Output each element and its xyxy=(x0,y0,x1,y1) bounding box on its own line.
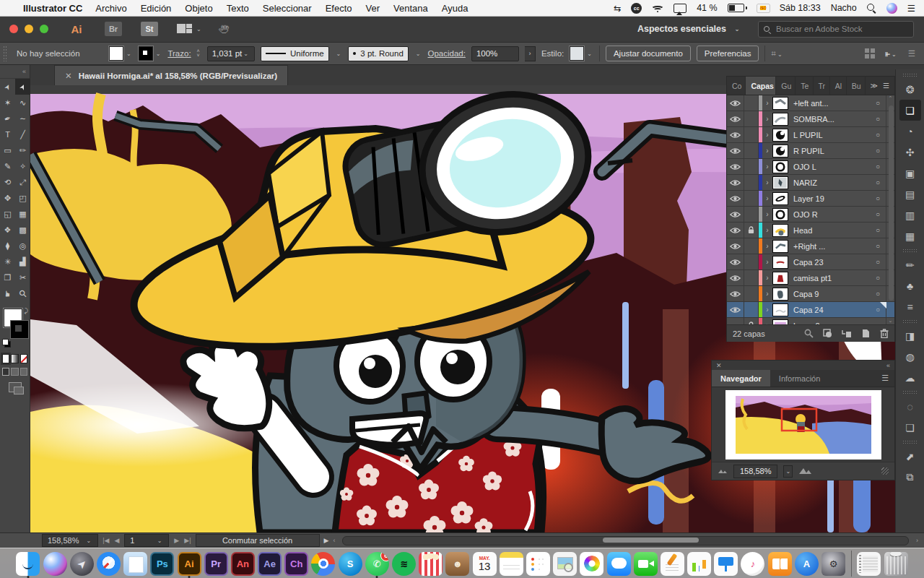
lock-toggle-layer2[interactable] xyxy=(744,318,759,324)
minimize-window-button[interactable] xyxy=(25,25,33,33)
symbol-sprayer-tool[interactable]: ✳ xyxy=(0,254,15,269)
gradient-panel-icon[interactable]: ◨ xyxy=(899,325,921,346)
visibility-toggle-lpupil[interactable] xyxy=(727,127,744,142)
expand-layer-icon[interactable]: › xyxy=(762,274,772,282)
dock-item-premiere[interactable]: Pr xyxy=(204,550,228,577)
dock-icon-mail[interactable] xyxy=(123,552,147,576)
eyedropper-tool[interactable]: ⧫ xyxy=(0,238,15,254)
expand-layer-icon[interactable]: › xyxy=(762,290,772,298)
visibility-toggle-layer2[interactable] xyxy=(727,318,744,324)
perspective-grid-tool[interactable]: ▦ xyxy=(15,206,30,222)
dock-item-spotify[interactable]: ≋ xyxy=(392,550,417,577)
none-button[interactable] xyxy=(20,354,27,363)
panel-dock-icon[interactable]: ⫦⌄ xyxy=(885,49,897,59)
panel-expand-icon[interactable]: ≫ xyxy=(871,82,878,90)
free-transform-tool[interactable]: ◰ xyxy=(15,190,30,206)
artboard-options-panel-icon[interactable]: ⧉ xyxy=(899,467,921,488)
gradient-button[interactable] xyxy=(11,354,18,363)
layer-row-rpupil[interactable]: ›R PUPIL○ xyxy=(727,143,894,159)
links-panel-icon[interactable]: ❏ xyxy=(899,417,921,438)
appearance-panel-icon[interactable]: ✣ xyxy=(899,142,921,163)
dock-icon-whatsapp[interactable]: ✆6 xyxy=(365,552,389,576)
siri-icon[interactable] xyxy=(886,3,897,14)
dock-icon-system-preferences[interactable]: ⚙ xyxy=(821,552,845,576)
creative-cloud-icon[interactable]: cc xyxy=(631,3,642,14)
type-tool[interactable]: T xyxy=(0,126,15,142)
layer-target-icon[interactable]: ○ xyxy=(870,210,886,218)
scrollbar-thumb[interactable] xyxy=(603,538,699,543)
dock-item-character-animator[interactable]: Ch xyxy=(284,550,309,577)
expand-layer-icon[interactable]: › xyxy=(762,99,772,107)
layer-name[interactable]: Capa 24 xyxy=(793,306,870,314)
menu-ayuda[interactable]: Ayuda xyxy=(442,3,468,14)
swap-fill-stroke-icon[interactable]: ⤸ xyxy=(25,307,28,315)
layer-row-right[interactable]: ›+Right ...○ xyxy=(727,238,894,254)
artboard-tool[interactable]: ❐ xyxy=(0,269,15,285)
app-menu-title[interactable]: Illustrator CC xyxy=(23,3,82,14)
visibility-toggle-camisapt1[interactable] xyxy=(727,270,744,285)
lock-toggle-nariz[interactable] xyxy=(744,175,759,190)
new-sublayer-icon[interactable] xyxy=(842,329,852,338)
lock-toggle-head[interactable] xyxy=(744,223,759,238)
dock-item-launchpad[interactable]: ➤ xyxy=(69,550,94,577)
expand-layer-icon[interactable]: › xyxy=(762,147,772,155)
dock-item-photoshop[interactable]: Ps xyxy=(150,550,175,577)
scale-tool[interactable]: ⤢ xyxy=(15,174,30,190)
dock-item-mail[interactable] xyxy=(123,550,148,577)
layers-tab-tr[interactable]: Tr xyxy=(814,77,830,95)
layer-target-icon[interactable]: ○ xyxy=(870,242,886,250)
draw-behind-button[interactable] xyxy=(11,368,18,376)
slice-tool[interactable]: ✂ xyxy=(15,269,30,285)
style-control[interactable]: ⌄ xyxy=(570,46,593,61)
dock-icon-calendar[interactable]: MAY.13 xyxy=(473,552,497,576)
first-artboard-icon[interactable]: |◀ xyxy=(103,537,109,544)
dock-icon-ibooks[interactable] xyxy=(768,552,792,576)
panel-menu-icon[interactable]: ☰ xyxy=(881,374,889,383)
dock-item-ibooks[interactable] xyxy=(767,550,792,577)
fit-document-button[interactable]: Ajustar documento xyxy=(606,46,691,61)
stock-button[interactable]: St xyxy=(141,22,158,36)
layers-panel-icon[interactable]: ❏ xyxy=(899,100,921,121)
layers-scroll-zone[interactable]: ⌄ xyxy=(886,318,894,324)
expand-layer-icon[interactable]: › xyxy=(762,163,772,171)
workspace-switcher[interactable]: Aspectos esenciales ⌄ xyxy=(637,24,742,34)
layer-name[interactable]: Layer 2 xyxy=(793,322,870,325)
expand-layer-icon[interactable]: › xyxy=(762,194,772,202)
spotlight-icon[interactable] xyxy=(867,4,876,13)
blend-tool[interactable]: ◎ xyxy=(15,238,30,254)
dock-icon-messages[interactable] xyxy=(607,552,631,576)
dock-icon-numbers[interactable] xyxy=(687,552,711,576)
visibility-toggle-ojor[interactable] xyxy=(727,207,744,222)
keyboard-flag-icon[interactable]: ISO xyxy=(757,4,770,12)
dock-icon-illustrator[interactable]: Ai xyxy=(178,552,201,576)
layer-row-ojol[interactable]: ›OJO L○ xyxy=(727,159,894,175)
layer-target-icon[interactable]: ○ xyxy=(870,115,886,123)
gradient-tool[interactable]: ▩ xyxy=(15,222,30,238)
prev-artboard-icon[interactable]: ◀ xyxy=(114,537,119,544)
layer-name[interactable]: OJO R xyxy=(793,210,870,219)
curvature-tool[interactable]: ∼ xyxy=(15,111,30,126)
sync-icon[interactable]: ⇆ xyxy=(614,2,621,14)
dock-item-facetime[interactable] xyxy=(633,550,658,577)
zoom-level-select[interactable]: 158,58%⌄ xyxy=(42,534,98,547)
dock-icon-spotify[interactable]: ≋ xyxy=(392,552,416,576)
layer-name[interactable]: camisa pt1 xyxy=(793,274,870,282)
navigator-zoom-dropdown[interactable]: ⌄ xyxy=(783,465,793,478)
layer-row-capa9[interactable]: ›Capa 9○ xyxy=(727,286,894,302)
layers-tab-te[interactable]: Te xyxy=(796,77,813,95)
battery-icon[interactable] xyxy=(728,2,747,14)
arrange-documents-button[interactable]: ⌄ xyxy=(177,24,201,34)
stroke-panel-icon[interactable]: ≡ xyxy=(899,296,921,317)
layer-name[interactable]: +left ant... xyxy=(793,99,870,108)
dock-icon-facetime[interactable] xyxy=(634,552,658,576)
width-tool[interactable]: ✥ xyxy=(0,190,15,206)
dock-icon-app-store[interactable]: A xyxy=(795,552,819,576)
visibility-toggle-layer19[interactable] xyxy=(727,191,744,206)
expand-layer-icon[interactable]: › xyxy=(762,322,772,324)
dock-item-calendar[interactable]: MAY.13 xyxy=(472,550,497,577)
lock-toggle-capa23[interactable] xyxy=(744,254,759,269)
arrange-grid-icon[interactable] xyxy=(865,48,875,59)
layers-tab-al[interactable]: Al xyxy=(830,77,847,95)
visibility-toggle-right[interactable] xyxy=(727,238,744,254)
stroke-color-control[interactable]: ⌄ xyxy=(139,46,162,61)
